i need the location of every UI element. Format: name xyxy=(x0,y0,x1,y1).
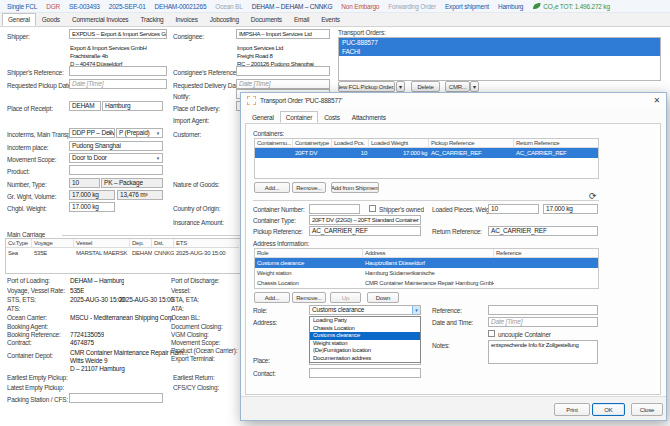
incoterm-place-field[interactable]: Pudong Shanghai xyxy=(69,141,163,151)
requested-delivery-date-field[interactable]: Date [Time] xyxy=(236,79,330,89)
return-reference-field[interactable]: AC_CARRIER_REF xyxy=(488,226,598,236)
address-remove-button[interactable]: Remove... xyxy=(292,292,326,303)
requested-pickup-date-field[interactable]: Date [Time] xyxy=(69,79,167,89)
date-and-time-field[interactable]: Date [Time] xyxy=(488,317,598,327)
shipment-type[interactable]: Single FCL xyxy=(7,3,37,10)
role-option[interactable]: Documentation address xyxy=(310,355,420,363)
role-select[interactable]: Customs clearance▾ xyxy=(309,305,421,315)
container-remove-button[interactable]: Remove... xyxy=(292,182,326,193)
incoterms-select[interactable]: DDP PP – Delive...▾ xyxy=(69,128,115,138)
role-option[interactable]: (De)Fumigation location xyxy=(310,347,420,355)
container-add-button[interactable]: Add... xyxy=(254,182,290,193)
transport-order-item[interactable]: FACHI xyxy=(339,47,660,56)
cmr-dropdown-button[interactable]: ▾ xyxy=(470,81,479,92)
place-of-receipt-code-field[interactable]: DEHAM xyxy=(69,101,101,111)
consignee-field[interactable]: IMPSHA – Import Services Ltd xyxy=(236,29,330,39)
address-down-button[interactable]: Down xyxy=(367,292,399,303)
movement-scope-select[interactable]: Door to Door▾ xyxy=(69,153,163,163)
uncouple-container-checkbox[interactable] xyxy=(488,330,495,337)
shippers-owned-checkbox[interactable] xyxy=(369,205,376,212)
product-field[interactable] xyxy=(69,165,163,175)
loaded-weight-field[interactable]: 17.000 kg xyxy=(543,204,598,214)
dialog-tab-general[interactable]: General xyxy=(246,111,280,123)
contract-label: Contract: xyxy=(7,339,71,347)
reference-field[interactable] xyxy=(488,305,598,315)
transport-order-dialog: Transport Order 'PUC-888577' ✕ General C… xyxy=(240,92,667,421)
ocean-carrier-label: Ocean Carrier: xyxy=(7,314,71,322)
container-type-field[interactable]: 20FT DV (22G0) – 20FT Standard Container xyxy=(309,215,421,225)
tab-invoices[interactable]: Invoices xyxy=(170,13,204,26)
country-of-origin-label: Country of Origin: xyxy=(173,205,240,213)
voyage-value: 535E xyxy=(70,287,84,295)
place-label: Place: xyxy=(253,357,270,365)
close-icon[interactable]: ✕ xyxy=(653,96,660,105)
consignees-reference-field[interactable] xyxy=(236,66,330,76)
co2-total[interactable]: CO₂e TOT: 1.496.272 kg xyxy=(532,2,610,10)
new-fcl-pickup-order-button[interactable]: New FCL Pickup Order... xyxy=(338,81,395,92)
cfs-cy-closing-label: CFS/CY Closing: xyxy=(173,384,240,392)
order-type: Forwarding Order xyxy=(388,3,436,10)
ok-button[interactable]: OK xyxy=(592,403,625,416)
product-ocean-carrier-label: Product (Ocean Carrier): xyxy=(171,347,238,355)
packing-station-field[interactable] xyxy=(69,393,163,403)
transport-orders-list[interactable]: PUC-888577 FACHI xyxy=(338,37,661,81)
dialog-tab-container[interactable]: Container xyxy=(280,111,318,123)
tab-jobcosting[interactable]: Jobcosting xyxy=(204,13,245,26)
role-option[interactable]: Chassis Location xyxy=(310,325,420,333)
chargeable-weight-field[interactable]: 17.000 kg xyxy=(69,202,115,212)
carriage-row[interactable]: Sea 535E MARSTAL MAERSK DEHAM CNNKG 2025… xyxy=(6,248,240,258)
shipment-direction: Export shipment xyxy=(445,3,489,10)
tab-events[interactable]: Events xyxy=(315,13,346,26)
uncouple-container-label: uncouple Container xyxy=(498,331,551,339)
shipment-number[interactable]: DEHAM-00021265 xyxy=(155,3,207,10)
shipper-field[interactable]: EXPDUS – Export & Import Services GmbH xyxy=(69,29,167,39)
tab-tracking[interactable]: Tracking xyxy=(134,13,169,26)
notes-field[interactable]: entsprechende Info für Zollgestellung xyxy=(488,340,598,364)
role-option-selected[interactable]: Customs clearance xyxy=(310,332,420,340)
tab-goods[interactable]: Goods xyxy=(36,13,66,26)
cmr-button[interactable]: CMR... xyxy=(445,81,470,92)
address-information-label: Address Information: xyxy=(253,240,309,248)
transport-order-item[interactable]: PUC-888577 xyxy=(339,38,660,47)
address-row[interactable]: Customs clearance Hauptzollamt Düsseldor… xyxy=(255,258,598,268)
new-fcl-dropdown-button[interactable]: ▾ xyxy=(396,81,405,92)
shippers-reference-field[interactable] xyxy=(69,66,167,76)
return-reference-label: Return Reference: xyxy=(432,228,488,236)
address-add-button[interactable]: Add... xyxy=(254,292,290,303)
payment-terms-select[interactable]: P (Prepaid)▾ xyxy=(116,128,163,138)
container-row[interactable]: 20FT DV 10 17.000 kg AC_CARRIER_REF AC_C… xyxy=(255,148,598,158)
role-option[interactable]: Loading Party xyxy=(310,317,420,325)
export-terminal-label: Export Terminal: xyxy=(171,355,238,363)
role-option[interactable]: Weight station xyxy=(310,340,420,348)
add-from-shipment-button[interactable]: Add from Shipment xyxy=(331,182,379,193)
dialog-tabstrip: General Container Costs Attachments xyxy=(246,111,392,123)
dgr-flag[interactable]: DGR xyxy=(46,3,60,10)
dialog-titlebar: Transport Order 'PUC-888577' ✕ xyxy=(241,93,666,108)
ets-value: 2025-AUG-30 15:00 xyxy=(119,296,174,304)
address-row[interactable]: Weight station Hamburg Südamerikanische xyxy=(255,268,598,278)
import-agent-label: Import Agent: xyxy=(173,117,240,125)
tab-commercial-invoices[interactable]: Commercial Invoices xyxy=(66,13,135,26)
dialog-tab-attachments[interactable]: Attachments xyxy=(346,111,392,123)
loaded-pieces-weight-label: Loaded Pieces, Weight: xyxy=(432,206,488,214)
delete-transport-order-button[interactable]: Delete xyxy=(411,81,440,92)
contact-field[interactable] xyxy=(309,368,421,378)
loaded-pieces-field[interactable]: 10 xyxy=(488,204,539,214)
tab-documents[interactable]: Documents xyxy=(245,13,288,26)
tab-general[interactable]: General xyxy=(2,13,36,26)
address-up-button[interactable]: Up xyxy=(330,292,361,303)
dialog-title: Transport Order 'PUC-888577' xyxy=(260,97,342,104)
tab-email[interactable]: Email xyxy=(288,13,315,26)
file-number[interactable]: SE-003493 xyxy=(69,3,100,10)
pickup-reference-field[interactable]: AC_CARRIER_REF xyxy=(309,226,421,236)
close-button[interactable]: Close xyxy=(631,403,663,416)
role-label: Role: xyxy=(253,307,267,315)
address-row[interactable]: Chassis Location CMR Container Maintenan… xyxy=(255,278,598,288)
sta-eta-label: STA, ETA: xyxy=(171,296,238,304)
container-number-field[interactable] xyxy=(309,204,360,214)
dialog-tab-costs[interactable]: Costs xyxy=(318,111,346,123)
print-button[interactable]: Print xyxy=(554,403,590,416)
customer-label: Customer: xyxy=(173,131,240,139)
place-of-receipt-city-field[interactable]: Hamburg xyxy=(102,101,163,111)
nature-of-goods-label: Nature of Goods: xyxy=(173,181,240,189)
